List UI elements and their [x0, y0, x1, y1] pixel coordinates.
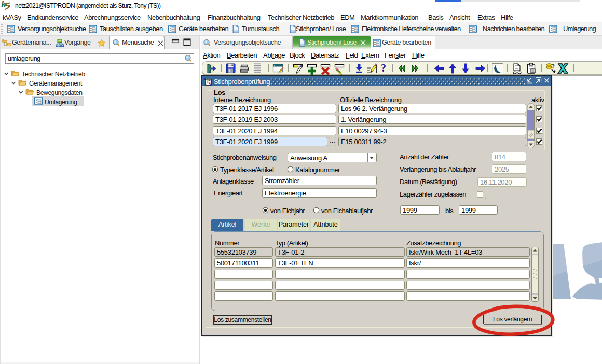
svg-text:?: ? — [552, 63, 555, 70]
